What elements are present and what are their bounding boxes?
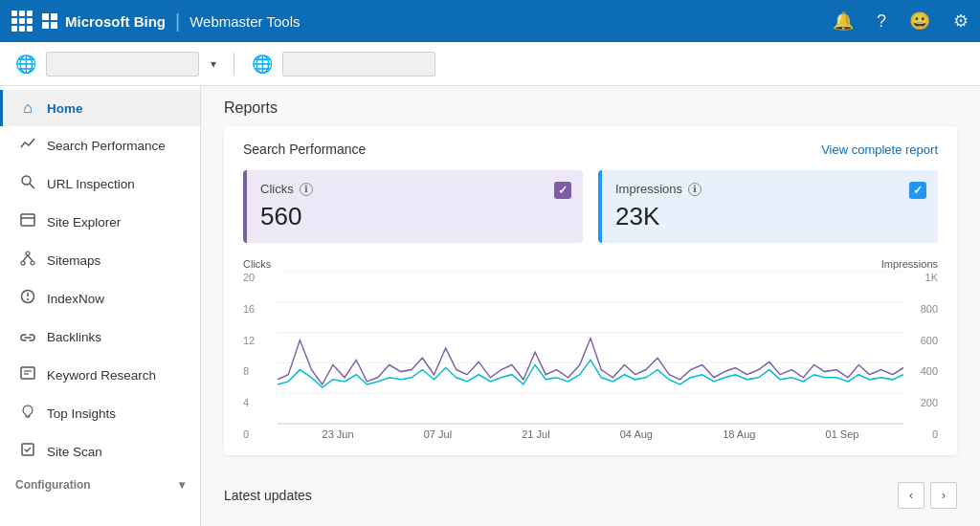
- svg-point-6: [31, 261, 34, 265]
- svg-line-8: [28, 255, 33, 261]
- clicks-checkbox[interactable]: [554, 182, 571, 199]
- latest-nav-next-button[interactable]: ›: [930, 482, 957, 509]
- svg-line-1: [30, 184, 34, 188]
- main-layout: ⌂ Home Search Performance URL Inspection…: [0, 86, 980, 526]
- svg-rect-2: [21, 214, 34, 226]
- latest-updates-title: Latest updates: [224, 488, 312, 503]
- product-name: Webmaster Tools: [189, 13, 300, 30]
- sidebar-item-home[interactable]: ⌂ Home: [0, 90, 200, 126]
- sidebar-backlinks-label: Backlinks: [47, 330, 101, 344]
- search-performance-icon: [18, 136, 37, 155]
- windows-logo-icon: [42, 13, 57, 29]
- svg-point-11: [27, 298, 29, 300]
- url-bar: 🌐 ▾ 🌐: [0, 42, 980, 86]
- configuration-chevron-icon: ▾: [179, 478, 185, 492]
- sitemaps-icon: [18, 251, 37, 270]
- home-icon: ⌂: [18, 99, 37, 117]
- chart-svg-container: [278, 272, 903, 425]
- sidebar-item-sitemaps[interactable]: Sitemaps: [0, 241, 200, 279]
- site-selector-chevron-icon[interactable]: ▾: [211, 57, 216, 71]
- svg-line-7: [23, 255, 28, 261]
- chart-area: Clicks Impressions 20 16 12 8 4 0: [243, 258, 938, 440]
- clicks-info-icon[interactable]: ℹ: [300, 183, 313, 196]
- y-axis-left: 20 16 12 8 4 0: [243, 272, 258, 440]
- svg-point-4: [26, 252, 30, 255]
- site-scan-icon: [18, 442, 37, 461]
- x-label-aug04: 04 Aug: [620, 428, 653, 440]
- sidebar-item-site-scan[interactable]: Site Scan: [0, 432, 200, 471]
- app-header: Microsoft Bing | Webmaster Tools 🔔 ? 😀 ⚙: [0, 0, 980, 42]
- sidebar-site-explorer-label: Site Explorer: [47, 215, 121, 230]
- indexnow-icon: [18, 289, 37, 308]
- url-globe2-icon: 🌐: [252, 54, 273, 75]
- chart-x-labels: 23 Jun 07 Jul 21 Jul 04 Aug 18 Aug 01 Se…: [278, 428, 903, 440]
- search-performance-card: Search Performance View complete report …: [224, 126, 957, 455]
- url-input-field[interactable]: [282, 52, 435, 77]
- chart-labels-row: Clicks Impressions: [243, 258, 938, 270]
- main-content: Reports Search Performance View complete…: [201, 86, 980, 526]
- impressions-label: Impressions ℹ: [615, 182, 924, 196]
- help-icon[interactable]: ?: [877, 11, 886, 32]
- impressions-value: 23K: [615, 202, 924, 231]
- url-globe-icon: 🌐: [15, 54, 36, 75]
- view-complete-report-link[interactable]: View complete report: [821, 142, 938, 157]
- sp-card-title: Search Performance: [243, 142, 366, 157]
- site-selector-input[interactable]: [46, 52, 199, 77]
- notifications-icon[interactable]: 🔔: [833, 11, 854, 32]
- latest-updates-section: Latest updates ‹ ›: [201, 471, 980, 516]
- x-label-jun23: 23 Jun: [323, 428, 354, 440]
- backlinks-icon: [18, 327, 37, 346]
- impressions-metric-box: Impressions ℹ 23K: [598, 170, 938, 243]
- sidebar-item-search-performance[interactable]: Search Performance: [0, 126, 200, 164]
- header-separator: |: [175, 11, 180, 33]
- reports-label: Reports: [224, 99, 278, 116]
- impressions-line: [278, 360, 903, 387]
- clicks-value: 560: [260, 202, 569, 231]
- site-explorer-icon: [18, 212, 37, 231]
- clicks-label: Clicks ℹ: [260, 182, 569, 196]
- svg-point-5: [21, 261, 25, 265]
- metrics-row: Clicks ℹ 560 Impressions ℹ 23K: [243, 170, 938, 243]
- url-inspection-icon: [18, 174, 37, 193]
- x-label-sep01: 01 Sep: [826, 428, 859, 440]
- sidebar-item-url-inspection[interactable]: URL Inspection: [0, 164, 200, 203]
- sidebar-url-inspection-label: URL Inspection: [47, 177, 135, 191]
- y-axis-right: 1K 800 600 400 200 0: [917, 272, 938, 440]
- sidebar-site-scan-label: Site Scan: [47, 445, 102, 459]
- apps-grid-icon[interactable]: [11, 11, 33, 32]
- sidebar-indexnow-label: IndexNow: [47, 292, 104, 306]
- sidebar-item-top-insights[interactable]: Top Insights: [0, 394, 200, 432]
- clicks-metric-box: Clicks ℹ 560: [243, 170, 583, 243]
- x-label-jul21: 21 Jul: [522, 428, 549, 440]
- keyword-research-icon: [18, 365, 37, 384]
- impressions-info-icon[interactable]: ℹ: [688, 183, 702, 196]
- sidebar-search-performance-label: Search Performance: [47, 139, 166, 153]
- chart-clicks-label: Clicks: [243, 258, 271, 270]
- app-logo: Microsoft Bing: [42, 13, 166, 30]
- latest-updates-nav: ‹ ›: [898, 482, 957, 509]
- x-label-aug18: 18 Aug: [723, 428, 755, 440]
- reports-header: Reports: [201, 86, 980, 126]
- svg-rect-12: [21, 367, 34, 379]
- sidebar-keyword-research-label: Keyword Research: [47, 368, 156, 383]
- sidebar: ⌂ Home Search Performance URL Inspection…: [0, 86, 201, 526]
- latest-nav-prev-button[interactable]: ‹: [898, 482, 924, 509]
- chart-impressions-label: Impressions: [881, 258, 938, 270]
- url-bar-separator: [234, 53, 234, 76]
- bing-name: Microsoft Bing: [65, 13, 166, 30]
- account-icon[interactable]: 😀: [909, 11, 930, 32]
- sp-card-header: Search Performance View complete report: [243, 142, 938, 157]
- sidebar-item-backlinks[interactable]: Backlinks: [0, 318, 200, 356]
- top-insights-icon: [18, 404, 37, 423]
- settings-icon[interactable]: ⚙: [953, 11, 969, 32]
- sidebar-item-site-explorer[interactable]: Site Explorer: [0, 203, 200, 241]
- sidebar-sitemaps-label: Sitemaps: [47, 253, 100, 268]
- sidebar-configuration-section[interactable]: Configuration ▾: [0, 471, 200, 495]
- chart-svg: [278, 272, 903, 424]
- impressions-checkbox[interactable]: [909, 182, 926, 199]
- x-label-jul07: 07 Jul: [424, 428, 452, 440]
- sidebar-top-insights-label: Top Insights: [47, 406, 116, 421]
- sidebar-item-keyword-research[interactable]: Keyword Research: [0, 356, 200, 394]
- sidebar-home-label: Home: [47, 101, 83, 116]
- sidebar-item-indexnow[interactable]: IndexNow: [0, 279, 200, 318]
